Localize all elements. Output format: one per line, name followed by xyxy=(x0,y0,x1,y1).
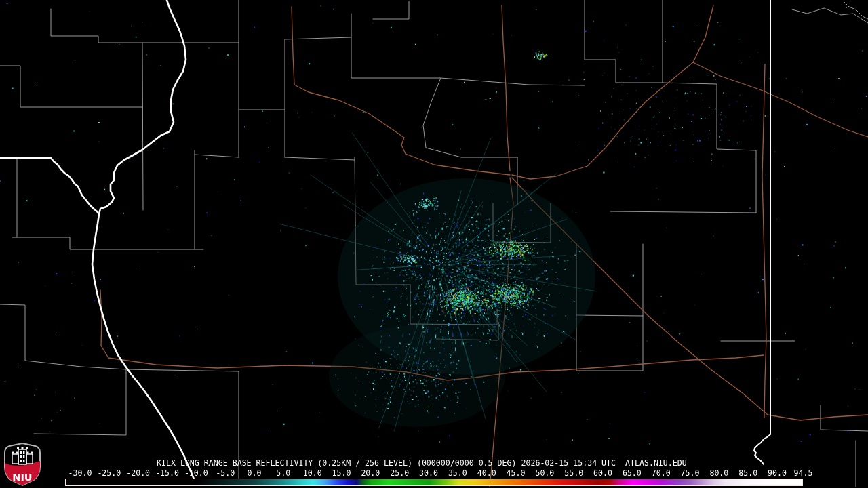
scale-label: 20.0 xyxy=(361,468,380,478)
scale-label: 25.0 xyxy=(390,468,409,478)
scale-label: 50.0 xyxy=(535,468,554,478)
radar-map-canvas xyxy=(0,0,868,488)
scale-label: 90.0 xyxy=(768,468,787,478)
scale-label: 30.0 xyxy=(419,468,438,478)
scale-label: 94.5 xyxy=(794,468,813,478)
scale-label: 75.0 xyxy=(681,468,700,478)
scale-label: 65.0 xyxy=(623,468,642,478)
reflectivity-scale-labels: -30.0-25.0-20.0-15.0-10.0-5.00.05.010.01… xyxy=(0,468,868,478)
scale-label: 45.0 xyxy=(507,468,526,478)
scale-label: 85.0 xyxy=(738,468,757,478)
scale-label: 70.0 xyxy=(652,468,671,478)
scale-label: -5.0 xyxy=(216,468,235,478)
niu-logo: NIU xyxy=(3,443,42,487)
scale-label: -20.0 xyxy=(126,468,150,478)
scale-label: 15.0 xyxy=(332,468,351,478)
reflectivity-colorbar xyxy=(65,479,803,486)
scale-label: 60.0 xyxy=(593,468,612,478)
scale-label: -15.0 xyxy=(155,468,179,478)
scale-label: -30.0 xyxy=(68,468,92,478)
scale-label: 55.0 xyxy=(564,468,583,478)
scale-label: 0.0 xyxy=(248,468,262,478)
scale-label: 5.0 xyxy=(276,468,290,478)
scale-label: 80.0 xyxy=(709,468,728,478)
scale-label: 40.0 xyxy=(477,468,496,478)
scale-label: 35.0 xyxy=(448,468,467,478)
scale-label: -25.0 xyxy=(97,468,121,478)
radar-viewer: NIU KILX LONG RANGE BASE REFLECTIVITY (0… xyxy=(0,0,868,488)
scale-label: 10.0 xyxy=(303,468,322,478)
scale-label: -10.0 xyxy=(184,468,208,478)
product-title-bar: KILX LONG RANGE BASE REFLECTIVITY (0.25K… xyxy=(157,458,687,468)
